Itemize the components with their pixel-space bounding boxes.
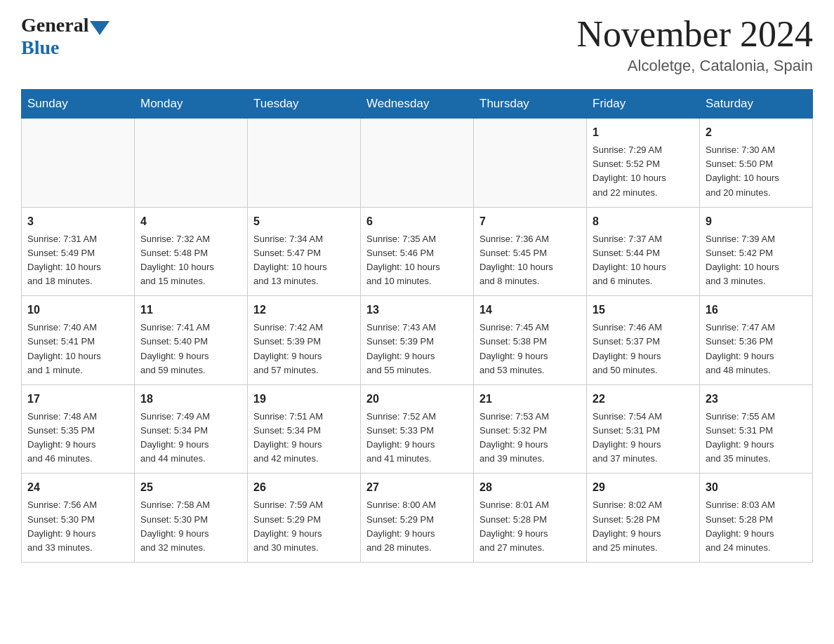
day-number: 23 xyxy=(706,391,807,408)
day-number: 25 xyxy=(140,479,241,496)
calendar-cell: 5Sunrise: 7:34 AM Sunset: 5:47 PM Daylig… xyxy=(248,207,361,296)
day-info: Sunrise: 7:37 AM Sunset: 5:44 PM Dayligh… xyxy=(593,232,694,289)
calendar-cell: 1Sunrise: 7:29 AM Sunset: 5:52 PM Daylig… xyxy=(587,119,700,208)
day-info: Sunrise: 7:52 AM Sunset: 5:33 PM Dayligh… xyxy=(366,410,468,467)
day-number: 2 xyxy=(706,124,807,141)
day-info: Sunrise: 7:51 AM Sunset: 5:34 PM Dayligh… xyxy=(253,410,355,467)
weekday-header-thursday: Thursday xyxy=(474,90,587,119)
day-number: 18 xyxy=(140,391,241,408)
calendar-cell: 24Sunrise: 7:56 AM Sunset: 5:30 PM Dayli… xyxy=(22,474,135,563)
month-title: November 2024 xyxy=(577,14,813,54)
title-block: November 2024 Alcoletge, Catalonia, Spai… xyxy=(577,14,813,75)
page-header: General Blue November 2024 Alcoletge, Ca… xyxy=(21,14,813,75)
calendar-cell: 12Sunrise: 7:42 AM Sunset: 5:39 PM Dayli… xyxy=(248,296,361,385)
day-number: 20 xyxy=(366,391,468,408)
day-number: 6 xyxy=(366,213,468,230)
day-info: Sunrise: 7:46 AM Sunset: 5:37 PM Dayligh… xyxy=(593,321,694,377)
calendar-cell xyxy=(361,119,474,208)
calendar-cell: 29Sunrise: 8:02 AM Sunset: 5:28 PM Dayli… xyxy=(587,474,700,563)
calendar-cell: 14Sunrise: 7:45 AM Sunset: 5:38 PM Dayli… xyxy=(474,296,587,385)
week-row-2: 3Sunrise: 7:31 AM Sunset: 5:49 PM Daylig… xyxy=(22,207,813,296)
day-info: Sunrise: 7:39 AM Sunset: 5:42 PM Dayligh… xyxy=(706,232,807,289)
day-number: 9 xyxy=(706,213,807,230)
weekday-header-monday: Monday xyxy=(135,90,248,119)
day-info: Sunrise: 7:43 AM Sunset: 5:39 PM Dayligh… xyxy=(366,321,468,377)
weekday-header-row: SundayMondayTuesdayWednesdayThursdayFrid… xyxy=(22,90,813,119)
weekday-header-saturday: Saturday xyxy=(700,90,813,119)
day-info: Sunrise: 7:53 AM Sunset: 5:32 PM Dayligh… xyxy=(479,410,581,467)
calendar-cell xyxy=(22,119,135,208)
day-info: Sunrise: 7:35 AM Sunset: 5:46 PM Dayligh… xyxy=(366,232,468,289)
location-text: Alcoletge, Catalonia, Spain xyxy=(577,57,813,75)
day-info: Sunrise: 7:56 AM Sunset: 5:30 PM Dayligh… xyxy=(27,498,128,555)
calendar-cell xyxy=(474,119,587,208)
day-number: 30 xyxy=(706,479,807,496)
day-number: 16 xyxy=(706,302,807,318)
calendar-cell: 4Sunrise: 7:32 AM Sunset: 5:48 PM Daylig… xyxy=(135,207,248,296)
calendar-cell: 25Sunrise: 7:58 AM Sunset: 5:30 PM Dayli… xyxy=(135,474,248,563)
week-row-4: 17Sunrise: 7:48 AM Sunset: 5:35 PM Dayli… xyxy=(22,384,813,474)
day-number: 26 xyxy=(253,479,355,496)
day-number: 10 xyxy=(27,302,128,318)
day-number: 29 xyxy=(593,479,694,496)
day-number: 19 xyxy=(253,391,355,408)
calendar-cell: 8Sunrise: 7:37 AM Sunset: 5:44 PM Daylig… xyxy=(587,207,700,296)
calendar-cell: 27Sunrise: 8:00 AM Sunset: 5:29 PM Dayli… xyxy=(361,474,474,563)
calendar-cell: 28Sunrise: 8:01 AM Sunset: 5:28 PM Dayli… xyxy=(474,474,587,563)
day-info: Sunrise: 7:41 AM Sunset: 5:40 PM Dayligh… xyxy=(140,321,241,377)
day-info: Sunrise: 7:40 AM Sunset: 5:41 PM Dayligh… xyxy=(27,321,128,377)
calendar-cell: 10Sunrise: 7:40 AM Sunset: 5:41 PM Dayli… xyxy=(22,296,135,385)
logo-general-text: General xyxy=(21,14,88,36)
weekday-header-wednesday: Wednesday xyxy=(361,90,474,119)
day-info: Sunrise: 7:32 AM Sunset: 5:48 PM Dayligh… xyxy=(140,232,241,289)
day-number: 15 xyxy=(593,302,694,318)
calendar-cell: 6Sunrise: 7:35 AM Sunset: 5:46 PM Daylig… xyxy=(361,207,474,296)
calendar-cell: 17Sunrise: 7:48 AM Sunset: 5:35 PM Dayli… xyxy=(22,384,135,474)
day-number: 28 xyxy=(479,479,581,496)
day-info: Sunrise: 7:29 AM Sunset: 5:52 PM Dayligh… xyxy=(593,143,694,200)
calendar-cell: 26Sunrise: 7:59 AM Sunset: 5:29 PM Dayli… xyxy=(248,474,361,563)
day-number: 13 xyxy=(366,302,468,318)
calendar-cell: 16Sunrise: 7:47 AM Sunset: 5:36 PM Dayli… xyxy=(700,296,813,385)
day-info: Sunrise: 7:54 AM Sunset: 5:31 PM Dayligh… xyxy=(593,410,694,467)
day-number: 22 xyxy=(593,391,694,408)
day-info: Sunrise: 8:00 AM Sunset: 5:29 PM Dayligh… xyxy=(366,498,468,555)
day-info: Sunrise: 7:42 AM Sunset: 5:39 PM Dayligh… xyxy=(253,321,355,377)
day-number: 11 xyxy=(140,302,241,318)
calendar-cell: 9Sunrise: 7:39 AM Sunset: 5:42 PM Daylig… xyxy=(700,207,813,296)
day-number: 17 xyxy=(27,391,128,408)
calendar-table: SundayMondayTuesdayWednesdayThursdayFrid… xyxy=(21,89,813,563)
day-info: Sunrise: 7:31 AM Sunset: 5:49 PM Dayligh… xyxy=(27,232,128,289)
day-number: 12 xyxy=(253,302,355,318)
day-info: Sunrise: 8:01 AM Sunset: 5:28 PM Dayligh… xyxy=(479,498,581,555)
day-number: 21 xyxy=(479,391,581,408)
calendar-cell xyxy=(135,119,248,208)
calendar-cell: 19Sunrise: 7:51 AM Sunset: 5:34 PM Dayli… xyxy=(248,384,361,474)
calendar-cell: 11Sunrise: 7:41 AM Sunset: 5:40 PM Dayli… xyxy=(135,296,248,385)
calendar-cell: 21Sunrise: 7:53 AM Sunset: 5:32 PM Dayli… xyxy=(474,384,587,474)
day-number: 3 xyxy=(27,213,128,230)
calendar-cell xyxy=(248,119,361,208)
day-number: 27 xyxy=(366,479,468,496)
calendar-cell: 3Sunrise: 7:31 AM Sunset: 5:49 PM Daylig… xyxy=(22,207,135,296)
logo-arrow-icon xyxy=(90,21,110,35)
day-number: 4 xyxy=(140,213,241,230)
day-info: Sunrise: 7:49 AM Sunset: 5:34 PM Dayligh… xyxy=(140,410,241,467)
day-info: Sunrise: 7:59 AM Sunset: 5:29 PM Dayligh… xyxy=(253,498,355,555)
day-info: Sunrise: 7:34 AM Sunset: 5:47 PM Dayligh… xyxy=(253,232,355,289)
day-info: Sunrise: 7:55 AM Sunset: 5:31 PM Dayligh… xyxy=(706,410,807,467)
day-info: Sunrise: 8:03 AM Sunset: 5:28 PM Dayligh… xyxy=(706,498,807,555)
week-row-5: 24Sunrise: 7:56 AM Sunset: 5:30 PM Dayli… xyxy=(22,474,813,563)
weekday-header-sunday: Sunday xyxy=(22,90,135,119)
calendar-cell: 15Sunrise: 7:46 AM Sunset: 5:37 PM Dayli… xyxy=(587,296,700,385)
day-number: 14 xyxy=(479,302,581,318)
calendar-cell: 22Sunrise: 7:54 AM Sunset: 5:31 PM Dayli… xyxy=(587,384,700,474)
day-info: Sunrise: 7:47 AM Sunset: 5:36 PM Dayligh… xyxy=(706,321,807,377)
logo-blue-text: Blue xyxy=(21,36,59,59)
week-row-3: 10Sunrise: 7:40 AM Sunset: 5:41 PM Dayli… xyxy=(22,296,813,385)
logo: General Blue xyxy=(21,14,110,59)
day-number: 8 xyxy=(593,213,694,230)
day-info: Sunrise: 7:45 AM Sunset: 5:38 PM Dayligh… xyxy=(479,321,581,377)
day-number: 5 xyxy=(253,213,355,230)
calendar-cell: 18Sunrise: 7:49 AM Sunset: 5:34 PM Dayli… xyxy=(135,384,248,474)
